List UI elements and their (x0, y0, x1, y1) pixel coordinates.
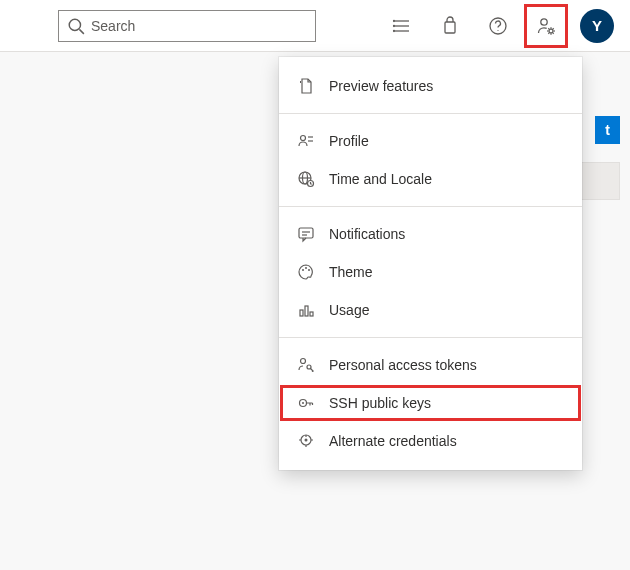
topbar: Y (0, 0, 630, 52)
menu-preview-features[interactable]: Preview features (279, 67, 582, 105)
user-settings-icon[interactable] (526, 6, 566, 46)
menu-label: SSH public keys (329, 395, 431, 411)
avatar[interactable]: Y (580, 9, 614, 43)
menu-separator (279, 206, 582, 207)
person-key-icon (297, 356, 315, 374)
user-settings-menu: Preview features Profile Time and Locale… (279, 57, 582, 470)
menu-label: Preview features (329, 78, 433, 94)
menu-profile[interactable]: Profile (279, 122, 582, 160)
svg-point-25 (308, 269, 310, 271)
key-icon (297, 394, 315, 412)
menu-time-locale[interactable]: Time and Locale (279, 160, 582, 198)
svg-point-7 (394, 30, 395, 31)
svg-point-13 (301, 136, 306, 141)
marketplace-icon[interactable] (430, 6, 470, 46)
menu-label: Personal access tokens (329, 357, 477, 373)
menu-label: Alternate credentials (329, 433, 457, 449)
menu-label: Usage (329, 302, 369, 318)
partial-button-label: t (605, 122, 610, 138)
work-items-icon[interactable] (382, 6, 422, 46)
svg-point-12 (549, 29, 553, 33)
svg-point-34 (305, 439, 308, 442)
help-icon[interactable] (478, 6, 518, 46)
svg-point-32 (302, 402, 304, 404)
svg-point-24 (305, 267, 307, 269)
svg-point-10 (497, 29, 498, 30)
svg-rect-27 (305, 306, 308, 316)
avatar-initial: Y (592, 17, 602, 34)
svg-point-6 (394, 25, 395, 26)
search-icon (67, 17, 85, 35)
menu-usage[interactable]: Usage (279, 291, 582, 329)
svg-point-11 (541, 18, 547, 24)
menu-separator (279, 337, 582, 338)
menu-personal-access-tokens[interactable]: Personal access tokens (279, 346, 582, 384)
svg-point-30 (307, 365, 311, 369)
search-box[interactable] (58, 10, 316, 42)
menu-label: Theme (329, 264, 373, 280)
menu-alternate-credentials[interactable]: Alternate credentials (279, 422, 582, 460)
svg-rect-20 (299, 228, 313, 238)
svg-point-0 (69, 19, 80, 30)
svg-rect-8 (445, 22, 455, 33)
profile-icon (297, 132, 315, 150)
credentials-icon (297, 432, 315, 450)
menu-theme[interactable]: Theme (279, 253, 582, 291)
sparkle-document-icon (297, 77, 315, 95)
bar-chart-icon (297, 301, 315, 319)
svg-rect-28 (310, 312, 313, 316)
menu-separator (279, 113, 582, 114)
menu-label: Profile (329, 133, 369, 149)
search-input[interactable] (91, 18, 307, 34)
palette-icon (297, 263, 315, 281)
partial-primary-button[interactable]: t (595, 116, 620, 144)
svg-point-29 (301, 359, 306, 364)
menu-label: Notifications (329, 226, 405, 242)
globe-clock-icon (297, 170, 315, 188)
svg-rect-26 (300, 310, 303, 316)
svg-point-5 (394, 20, 395, 21)
svg-point-23 (302, 269, 304, 271)
menu-ssh-public-keys[interactable]: SSH public keys (279, 384, 582, 422)
menu-label: Time and Locale (329, 171, 432, 187)
chat-icon (297, 225, 315, 243)
svg-line-1 (79, 29, 84, 34)
menu-notifications[interactable]: Notifications (279, 215, 582, 253)
